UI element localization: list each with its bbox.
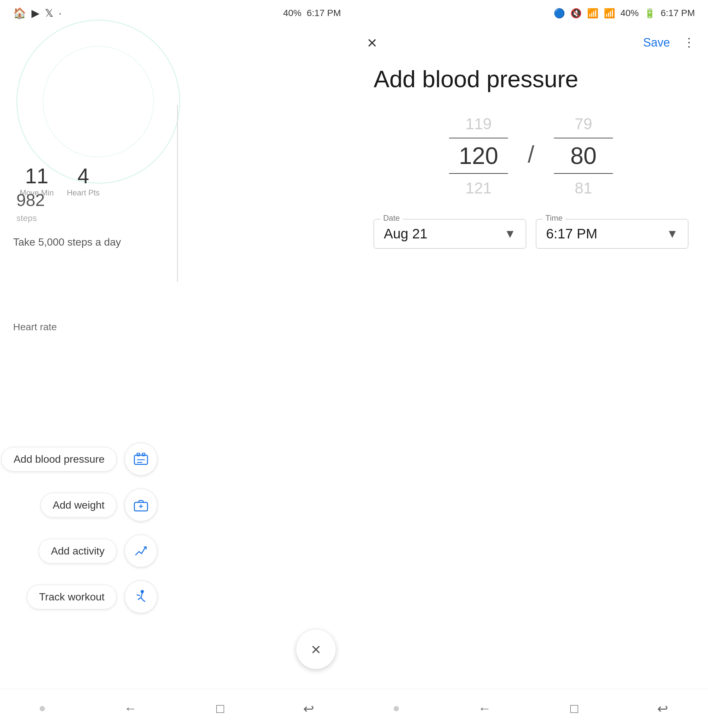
nav-recents-right[interactable]: ↩ [657, 701, 668, 716]
steps-label: steps [16, 213, 37, 223]
bg-circle-inner [43, 46, 154, 157]
page-title: Add blood pressure [354, 59, 708, 106]
heart-rate-label: Heart rate [13, 321, 57, 332]
time-value-text: 6:17 PM [546, 226, 597, 242]
nav-dot-right [394, 706, 399, 711]
datetime-row: Date Aug 21 ▼ Time 6:17 PM ▼ [354, 206, 708, 262]
bottom-nav-left: ← □ ↩ [0, 689, 354, 728]
twitter-icon: 𝕏 [45, 7, 54, 19]
bluetooth-icon: 🔵 [554, 8, 565, 19]
heart-pts-label: Heart Pts [67, 188, 100, 198]
goal-text: Take 5,000 steps a day [13, 236, 121, 248]
svg-rect-2 [142, 453, 145, 456]
status-bar-right: 🔵 🔇 📶 📶 40% 🔋 6:17 PM [354, 0, 708, 26]
nav-dot-left [40, 706, 45, 711]
status-left-icons: 🏠 ▶ 𝕏 · [13, 7, 62, 19]
battery-indicator: 🔋 [644, 8, 656, 19]
nav-recents-left[interactable]: ↩ [303, 701, 314, 716]
battery-right: 40% [621, 8, 639, 18]
move-min-value: 11 [20, 164, 54, 188]
fab-item-workout[interactable]: Track workout [27, 580, 157, 613]
track-workout-label[interactable]: Track workout [27, 585, 117, 609]
diastolic-below: 81 [575, 176, 592, 199]
diastolic-divider-top [554, 138, 613, 138]
add-blood-pressure-button[interactable] [125, 443, 157, 475]
systolic-picker[interactable]: 119 120 121 [442, 112, 515, 199]
save-button[interactable]: Save [643, 36, 670, 49]
add-blood-pressure-label[interactable]: Add blood pressure [1, 447, 117, 472]
fab-close-button[interactable]: × [296, 630, 336, 669]
fab-menu: Add blood pressure Add weight [0, 443, 177, 613]
systolic-current: 120 [459, 141, 498, 170]
number-picker[interactable]: 119 120 121 / 79 80 81 [354, 106, 708, 206]
add-weight-button[interactable] [125, 488, 157, 522]
dot-icon: · [59, 7, 62, 19]
fab-item-weight[interactable]: Add weight [41, 488, 157, 522]
time-left: 6:17 PM [307, 8, 341, 18]
right-panel: 🔵 🔇 📶 📶 40% 🔋 6:17 PM × Save ⋮ Add blood… [354, 0, 708, 728]
bottom-nav-right: ← □ ↩ [354, 689, 708, 728]
fab-item-activity[interactable]: Add activity [39, 535, 157, 567]
date-value-text: Aug 21 [384, 226, 427, 242]
svg-rect-1 [137, 453, 140, 456]
date-label: Date [380, 214, 402, 223]
add-activity-button[interactable] [125, 535, 157, 567]
status-bar-left: 🏠 ▶ 𝕏 · 40% 6:17 PM [0, 0, 354, 26]
heart-pts-stat: 4 Heart Pts [67, 164, 100, 198]
mute-icon: 🔇 [570, 8, 582, 19]
time-label: Time [543, 214, 565, 223]
nav-back-left[interactable]: ← [124, 701, 137, 716]
diastolic-above: 79 [575, 112, 592, 135]
date-dropdown-icon: ▼ [504, 227, 516, 241]
home-icon: 🏠 [13, 7, 26, 19]
picker-separator: / [528, 141, 534, 171]
systolic-below: 121 [466, 176, 492, 199]
date-field[interactable]: Date Aug 21 ▼ [374, 219, 526, 248]
top-toolbar: × Save ⋮ [354, 26, 708, 59]
signal-icon: 📶 [604, 8, 615, 19]
play-icon: ▶ [32, 7, 40, 19]
close-x-icon: × [311, 639, 321, 659]
close-button[interactable]: × [367, 33, 377, 52]
systolic-divider-top [449, 138, 508, 138]
diastolic-picker[interactable]: 79 80 81 [547, 112, 620, 199]
more-button[interactable]: ⋮ [683, 36, 695, 49]
time-field[interactable]: Time 6:17 PM ▼ [536, 219, 688, 248]
time-right: 6:17 PM [661, 8, 695, 18]
diastolic-divider-bottom [554, 173, 613, 174]
left-divider [177, 105, 178, 282]
nav-back-right[interactable]: ← [478, 701, 491, 716]
add-weight-label[interactable]: Add weight [41, 493, 117, 517]
systolic-above: 119 [466, 112, 492, 135]
left-panel: 🏠 ▶ 𝕏 · 40% 6:17 PM 11 Move Min 4 Heart … [0, 0, 354, 728]
track-workout-button[interactable] [125, 580, 157, 613]
add-activity-label[interactable]: Add activity [39, 539, 117, 563]
heart-rate-section: Heart rate [13, 321, 57, 333]
battery-left: 40% [283, 8, 302, 18]
time-dropdown-icon: ▼ [666, 227, 678, 241]
status-right-info-left: 40% 6:17 PM [283, 8, 341, 18]
wifi-icon: 📶 [587, 8, 599, 19]
date-value[interactable]: Aug 21 ▼ [384, 226, 516, 242]
diastolic-current: 80 [570, 141, 596, 170]
systolic-divider-bottom [449, 173, 508, 174]
time-value[interactable]: 6:17 PM ▼ [546, 226, 678, 242]
heart-pts-value: 4 [67, 164, 100, 188]
toolbar-right: Save ⋮ [643, 36, 695, 49]
nav-home-left[interactable]: □ [216, 701, 224, 716]
fab-item-blood-pressure[interactable]: Add blood pressure [1, 443, 157, 475]
nav-home-right[interactable]: □ [570, 701, 578, 716]
steps-count: 982 [16, 190, 45, 210]
